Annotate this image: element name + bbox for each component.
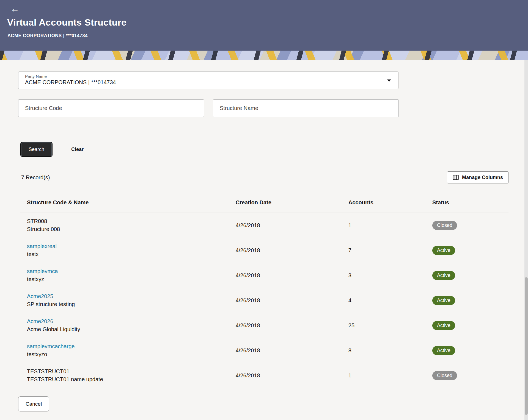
table-body: STR008 Structure 008 4/26/2018 1 Closed … [20,213,508,388]
back-arrow-icon[interactable]: ← [10,4,19,13]
column-header-status: Status [432,199,508,206]
columns-icon [453,175,459,180]
table-row: samplevmca testxyz 4/26/2018 3 Active [20,263,508,288]
results-toolbar: 7 Record(s) Manage Columns [18,171,510,183]
table-header-row: Structure Code & Name Creation Date Acco… [20,193,508,213]
table-row: TESTSTRUCT01 TESTSTRUCT01 name update 4/… [20,363,508,388]
main-content: Party Name ACME CORPORATIONS | ***014734… [0,72,528,411]
record-count: 7 Record(s) [21,174,50,181]
manage-columns-label: Manage Columns [462,175,503,180]
table-row: STR008 Structure 008 4/26/2018 1 Closed [20,213,508,238]
creation-date: 4/26/2018 [236,297,348,304]
structure-code-link[interactable]: Acme2025 [27,292,236,300]
accounts-count: 3 [348,272,432,279]
status-badge: Active [432,321,455,330]
party-name-value: ACME CORPORATIONS | ***014734 [25,79,116,85]
structure-name: testxyz [27,275,236,283]
structure-name: SP structure testing [27,300,236,308]
accounts-count: 1 [348,222,432,229]
clear-button[interactable]: Clear [71,147,84,152]
status-badge: Active [432,296,455,305]
creation-date: 4/26/2018 [236,272,348,279]
creation-date: 4/26/2018 [236,372,348,379]
table-row: samplexreal testx 4/26/2018 7 Active [20,238,508,263]
accounts-count: 1 [348,372,432,379]
creation-date: 4/26/2018 [236,322,348,329]
status-badge: Active [432,346,455,355]
status-badge: Active [432,271,455,280]
cancel-button[interactable]: Cancel [18,396,49,411]
column-header-accounts: Accounts [348,199,432,206]
accounts-count: 4 [348,297,432,304]
accounts-count: 25 [348,322,432,329]
decorative-banner [0,51,528,60]
creation-date: 4/26/2018 [236,247,348,254]
structure-name: testxyzo [27,350,236,358]
table-row: Acme2026 Acme Global Liquidity 4/26/2018… [20,313,508,338]
structure-name: Acme Global Liquidity [27,325,236,333]
structures-table: Structure Code & Name Creation Date Acco… [20,193,508,388]
scrollbar-track[interactable] [524,60,528,420]
structure-code-input[interactable] [18,99,204,117]
structure-code-link[interactable]: samplexreal [27,242,236,250]
structure-name-input[interactable] [213,99,399,117]
party-name-label: Party Name [25,74,382,79]
page-header: ← Virtual Accounts Structure ACME CORPOR… [0,0,528,51]
structure-code-link[interactable]: samplevmca [27,267,236,275]
status-badge: Active [432,246,455,255]
structure-code-link[interactable]: Acme2026 [27,317,236,325]
accounts-count: 8 [348,347,432,354]
status-badge: Closed [432,221,457,230]
creation-date: 4/26/2018 [236,222,348,229]
column-header-creation-date: Creation Date [236,199,348,206]
search-actions-row: Search Clear [20,142,510,157]
structure-name: TESTSTRUCT01 name update [27,375,236,383]
status-badge: Closed [432,371,457,380]
table-row: Acme2025 SP structure testing 4/26/2018 … [20,288,508,313]
column-header-structure: Structure Code & Name [20,199,236,206]
structure-code: STR008 [27,217,236,225]
accounts-count: 7 [348,247,432,254]
table-row: samplevmcacharge testxyzo 4/26/2018 8 Ac… [20,338,508,363]
structure-name: Structure 008 [27,225,236,233]
filter-inputs-row [18,99,510,117]
page-subtitle: ACME CORPORATIONS | ***014734 [7,33,88,39]
manage-columns-button[interactable]: Manage Columns [447,171,509,183]
structure-code: TESTSTRUCT01 [27,367,236,375]
structure-name: testx [27,250,236,258]
scrollbar-thumb[interactable] [525,277,528,415]
creation-date: 4/26/2018 [236,347,348,354]
page-title: Virtual Accounts Structure [7,17,127,28]
search-button[interactable]: Search [20,142,53,157]
chevron-down-icon [387,79,391,82]
structure-code-link[interactable]: samplevmcacharge [27,342,236,350]
party-name-select[interactable]: Party Name ACME CORPORATIONS | ***014734 [18,72,398,89]
